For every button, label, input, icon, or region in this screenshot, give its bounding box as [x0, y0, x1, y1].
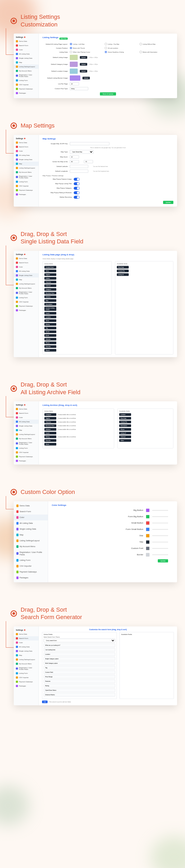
sidebar-item[interactable]: All Listing Data	[14, 520, 48, 526]
sidebar-item[interactable]: Listing Settings/Layout	[14, 538, 48, 544]
upload-button[interactable]: Upload	[82, 77, 90, 80]
sidebar-item[interactable]: Search Form	[14, 411, 39, 415]
search-field-item[interactable]: Tag	[44, 666, 115, 670]
default-lat-input[interactable]	[70, 165, 88, 168]
radio-option[interactable]: Listing Without Map	[140, 43, 173, 45]
toggle[interactable]	[74, 191, 79, 194]
sidebar-item[interactable]: Payment Gateways	[14, 455, 39, 459]
sidebar-item[interactable]: Payment Gateways	[14, 188, 39, 192]
drag-item[interactable]: Social	[44, 331, 110, 333]
drag-item[interactable]: Location	[119, 413, 172, 416]
sidebar-item[interactable]: Packages	[14, 192, 39, 196]
sidebar-item[interactable]: Map	[14, 532, 48, 538]
sidebar-item[interactable]: Registration / User Profile Fields	[14, 666, 39, 671]
drag-item[interactable]: Report	[44, 349, 110, 351]
sidebar-item[interactable]: Payment Gateways	[14, 304, 39, 308]
sidebar-item[interactable]: Packages	[14, 91, 39, 95]
search-field-item[interactable]: I am looking here	[44, 648, 115, 652]
sidebar-item[interactable]: Search Form	[14, 260, 39, 265]
sidebar-item[interactable]: Demo Data	[14, 256, 39, 260]
map-type-select[interactable]: Open Street Map	[70, 150, 94, 154]
sidebar-item[interactable]: Map	[14, 653, 39, 657]
sidebar-item[interactable]: Single Listing Data	[14, 526, 48, 532]
toggle[interactable]	[74, 178, 79, 181]
sidebar-item[interactable]: Listing Settings/Layout	[14, 432, 39, 436]
color-swatch[interactable]	[146, 528, 150, 531]
color-swatch[interactable]	[146, 534, 150, 537]
color-swatch[interactable]	[146, 515, 150, 519]
search-field-item[interactable]: Distance Radius	[44, 693, 115, 696]
sidebar-item[interactable]: CSV Importer	[14, 83, 39, 87]
upload-button[interactable]: Upload	[80, 63, 87, 66]
sidebar-item[interactable]: Map	[14, 162, 39, 166]
drag-item[interactable]: Features	[44, 281, 110, 283]
upload-button[interactable]: Upload	[80, 70, 87, 72]
save-button[interactable]: Save & Update	[100, 92, 116, 95]
sidebar-item[interactable]: Demo Data	[14, 39, 39, 43]
drag-item[interactable]: CategoryA reasonable title on archive	[44, 413, 112, 416]
drag-item[interactable]: Description	[119, 424, 172, 427]
drag-item[interactable]: Rating	[44, 323, 110, 326]
drag-item[interactable]: RatingA reasonable title on archive	[44, 435, 112, 438]
color-swatch[interactable]	[146, 547, 150, 550]
sidebar-item[interactable]: Packages	[14, 459, 39, 463]
toggle[interactable]	[74, 187, 79, 190]
sidebar-item[interactable]: Demo Data	[14, 141, 39, 145]
sidebar-item[interactable]: Color	[14, 641, 39, 645]
lat-input[interactable]	[70, 160, 79, 163]
color-swatch[interactable]	[146, 553, 150, 557]
sidebar-item[interactable]: CSV Importer	[14, 675, 39, 680]
sidebar-item[interactable]: Registration / User Profile Fields	[14, 441, 39, 446]
sidebar-item[interactable]: Single Listing Data	[14, 273, 39, 278]
sidebar-item[interactable]: CSV Importer	[14, 563, 48, 569]
sidebar-item[interactable]: CSV Importer	[14, 450, 39, 455]
search-field-item[interactable]: Single Category option	[44, 657, 115, 660]
color-swatch[interactable]	[146, 521, 150, 525]
drag-item[interactable]: Category	[44, 288, 110, 291]
sidebar-item[interactable]: Single Listing Data	[14, 157, 39, 162]
radio-option[interactable]: Below with Thumb	[70, 47, 104, 49]
sidebar-item[interactable]: Single Listing Data	[14, 424, 39, 428]
default-lng-input[interactable]	[70, 169, 88, 173]
sidebar-item[interactable]: Registration / User Profile Fields	[14, 290, 39, 296]
drag-item[interactable]: Location	[44, 316, 110, 318]
drag-item[interactable]: Video	[44, 270, 110, 272]
sidebar-item[interactable]: All Listing Data	[14, 52, 39, 56]
add-button[interactable]: Add	[42, 701, 47, 703]
sidebar-item[interactable]: Search Form	[14, 43, 39, 48]
radio-option[interactable]: Below with Description	[140, 51, 173, 53]
post-type-input[interactable]	[70, 87, 88, 90]
radio-option[interactable]: Above Headline of listing	[105, 51, 139, 53]
sidebar-item[interactable]: All Listing Data	[14, 420, 39, 424]
toggle[interactable]	[74, 182, 79, 185]
zoom-input[interactable]	[70, 155, 79, 158]
drag-item[interactable]: Website	[44, 338, 110, 340]
sidebar-item[interactable]: Map	[14, 278, 39, 282]
sidebar-item[interactable]: My Account Menu	[14, 544, 48, 550]
sidebar-item[interactable]: Packages	[14, 308, 39, 312]
sidebar-item[interactable]: Color	[14, 515, 48, 520]
search-field-item[interactable]: Rating	[44, 684, 115, 688]
drag-item[interactable]: Business HourA reasonable title on archi…	[44, 424, 112, 427]
sidebar-item[interactable]: Registration / User Profile Fields	[14, 73, 39, 78]
save-badge[interactable]: Save Now	[60, 37, 68, 40]
search-field-item[interactable]: Location	[44, 652, 115, 656]
radio-option[interactable]: Listing + Top Map	[105, 43, 139, 45]
sidebar-item[interactable]: Listing Settings/Layout	[14, 282, 39, 286]
search-field-item[interactable]: Custom Field	[44, 671, 115, 674]
search-field-item[interactable]: What are you looking for?	[44, 643, 115, 647]
sidebar-item[interactable]: Map	[14, 428, 39, 432]
color-swatch[interactable]	[146, 508, 150, 512]
drag-item[interactable]: Views	[44, 443, 112, 445]
drag-item[interactable]: Description	[44, 303, 110, 306]
sidebar-item[interactable]: Demo Data	[14, 632, 39, 636]
sidebar-item[interactable]: Color	[14, 48, 39, 52]
sidebar-item[interactable]: Listing Form	[14, 78, 39, 83]
toggle[interactable]	[74, 196, 79, 199]
sidebar-item[interactable]: My Account Menu	[14, 286, 39, 290]
theme-select[interactable]: Curvy search form	[44, 639, 115, 642]
sidebar-item[interactable]: Map	[14, 60, 39, 65]
sidebar-item[interactable]: Search Form	[14, 145, 39, 149]
sidebar-item[interactable]: Listing Settings/Layout	[14, 166, 39, 170]
sidebar-item[interactable]: My Account Menu	[14, 436, 39, 441]
